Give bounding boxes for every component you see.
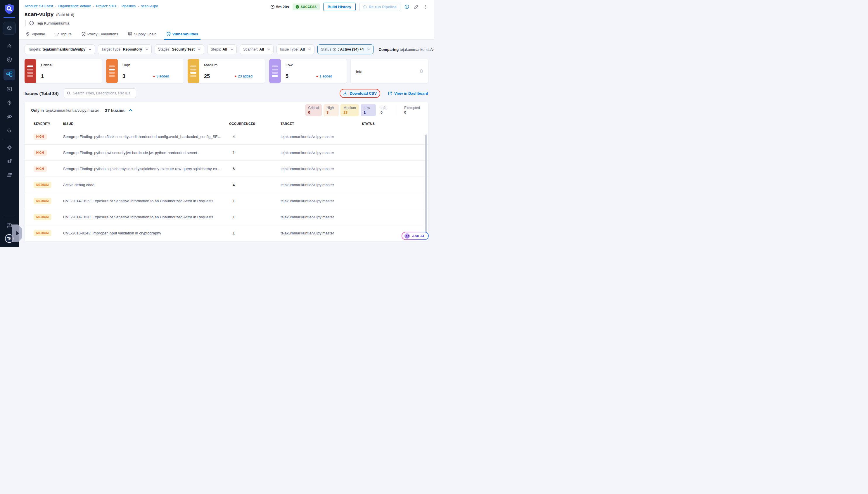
view-in-dashboard-button[interactable]: View in Dashboard xyxy=(388,91,428,96)
sidebar-item-default-settings[interactable] xyxy=(3,156,15,166)
scrollbar-thumb[interactable] xyxy=(425,134,427,236)
issue-title: Active debug code xyxy=(63,183,229,187)
triangle-up-icon xyxy=(153,75,155,77)
tab-pipeline[interactable]: Pipeline xyxy=(25,29,45,39)
vulnerabilities-shield-search-icon xyxy=(167,32,171,36)
card-info[interactable]: Info 0 xyxy=(351,59,428,83)
layers-gear-icon xyxy=(6,158,12,164)
network-gear-icon xyxy=(6,172,12,178)
sidebar-item-executions[interactable] xyxy=(3,84,15,94)
target: tejakummarikuntla/vulpy:master xyxy=(281,231,362,235)
table-row[interactable]: MEDIUM CVE-2014-1829: Exposure of Sensit… xyxy=(24,193,428,209)
gear-icon xyxy=(6,145,12,151)
refresh-icon xyxy=(363,5,367,9)
tab-supply-chain[interactable]: Supply Chain xyxy=(128,29,157,39)
ask-ai-button[interactable]: Ask AI xyxy=(402,232,429,240)
build-history-button[interactable]: Build History xyxy=(323,3,356,11)
card-low[interactable]: Low 5 1 added xyxy=(269,59,347,83)
table-row[interactable]: MEDIUM CVE-2016-9243: Improper input val… xyxy=(24,225,428,241)
sidebar-item-getting-started[interactable] xyxy=(3,126,15,135)
sidebar-item-scans[interactable] xyxy=(3,55,15,65)
high-severity-icon xyxy=(106,59,118,83)
severity-badge: MEDIUM xyxy=(34,182,52,188)
more-options-icon[interactable] xyxy=(423,4,428,10)
filter-targets[interactable]: Targets:tejakummarikuntla/vulpy xyxy=(24,44,95,54)
page-header: Account: STO test › Organization: defaul… xyxy=(19,0,434,40)
table-row[interactable]: MEDIUM Active debug code 4 tejakummariku… xyxy=(24,177,428,193)
download-csv-button[interactable]: Download CSV xyxy=(343,91,377,96)
supply-chain-shield-icon xyxy=(128,32,132,36)
search-input[interactable] xyxy=(73,91,133,95)
sidebar-item-targets[interactable] xyxy=(3,98,15,108)
module-cube-icon xyxy=(6,25,13,32)
filter-status[interactable]: Status : Active (34) +4 xyxy=(317,44,373,54)
chip-critical: Critical0 xyxy=(305,104,322,116)
chevron-down-icon xyxy=(230,49,233,50)
breadcrumb-organization[interactable]: Organization: default xyxy=(58,4,91,8)
issue-title: CVE-2014-1829: Exposure of Sensitive Inf… xyxy=(63,199,229,203)
filter-stages[interactable]: Stages:Security Test xyxy=(155,44,204,54)
table-row[interactable]: MEDIUM CVE-2014-1830: Exposure of Sensit… xyxy=(24,209,428,225)
group-issue-count: 27 Issues xyxy=(105,108,125,113)
issues-toolbar: Issues (Total 34) Download CSV View in D… xyxy=(19,83,434,98)
severity-badge: HIGH xyxy=(34,150,47,156)
filter-issue-type[interactable]: Issue Type:All xyxy=(276,44,314,54)
sidebar-item-project-settings[interactable] xyxy=(3,142,15,153)
sidebar-item-org-settings[interactable] xyxy=(3,170,15,180)
power-icon xyxy=(6,128,12,133)
chip-low: Low1 xyxy=(361,104,376,116)
check-circle-icon xyxy=(295,5,299,9)
sidebar-item-pipelines[interactable] xyxy=(3,69,15,80)
sidebar: ? TK xyxy=(0,0,19,247)
chevron-up-icon[interactable] xyxy=(129,109,132,111)
filter-steps[interactable]: Steps:All xyxy=(207,44,237,54)
breadcrumb-pipelines[interactable]: Pipelines xyxy=(121,4,136,8)
severity-cards: Critical 1 High 3 3 added Medium 25 23 a… xyxy=(19,54,434,83)
breadcrumb-account[interactable]: Account: STO test xyxy=(24,4,53,8)
tab-vulnerabilities[interactable]: Vulnerabilities xyxy=(166,29,199,39)
clock-icon xyxy=(270,5,275,9)
search-icon xyxy=(67,91,71,95)
filter-scanner[interactable]: Scanner:All xyxy=(240,44,273,54)
policy-shield-check-icon xyxy=(81,32,85,36)
medium-severity-icon xyxy=(188,59,199,83)
breadcrumb-current[interactable]: scan-vulpy xyxy=(141,4,157,8)
status-badge: SUCCESS xyxy=(292,3,320,10)
issue-title: CVE-2014-1830: Exposure of Sensitive Inf… xyxy=(63,215,229,219)
table-row[interactable]: HIGH Semgrep Finding: python.jwt.securit… xyxy=(24,145,428,161)
chevron-down-icon xyxy=(308,49,311,50)
occurrences: 1 xyxy=(229,215,281,219)
table-row[interactable]: HIGH Semgrep Finding: python.flask.secur… xyxy=(24,129,428,145)
sidebar-item-exemptions[interactable] xyxy=(3,112,15,121)
sidebar-divider xyxy=(3,139,15,139)
sidebar-item-home[interactable] xyxy=(3,41,15,51)
edit-pipeline-icon[interactable] xyxy=(413,4,419,10)
rerun-pipeline-button[interactable]: Re-run Pipeline xyxy=(359,3,400,11)
issue-title: Semgrep Finding: python.flask.security.a… xyxy=(63,134,229,139)
table-row[interactable]: HIGH Semgrep Finding: python.sqlalchemy.… xyxy=(24,161,428,177)
issues-panel: Only in tejakummarikuntla/vulpy:master 2… xyxy=(24,102,428,242)
comparing-label: Comparing tejakummarikuntla/vulpy:master… xyxy=(379,48,434,52)
severity-badge: MEDIUM xyxy=(34,198,52,204)
tab-inputs[interactable]: Inputs xyxy=(54,29,72,39)
tab-policy-evaluations[interactable]: Policy Evaluations xyxy=(81,29,119,39)
info-icon[interactable] xyxy=(404,4,410,10)
header-actions: 5m 20s SUCCESS Build History Re-run Pipe… xyxy=(270,3,428,11)
triangle-up-icon xyxy=(234,75,237,77)
inputs-tab-icon xyxy=(55,32,59,36)
author-row: Teja Kummarikuntla xyxy=(25,20,428,26)
harness-sto-logo-icon xyxy=(4,3,15,15)
card-medium[interactable]: Medium 25 23 added xyxy=(188,59,265,83)
breadcrumb-project[interactable]: Project: STO xyxy=(96,4,116,8)
card-high[interactable]: High 3 3 added xyxy=(106,59,184,83)
table-row[interactable]: MEDIUM CVE-2017-11424: PyJWT ... 1 tejak… xyxy=(24,241,428,242)
card-critical[interactable]: Critical 1 xyxy=(24,59,102,83)
sidebar-item-module-selector[interactable] xyxy=(3,22,16,35)
author-name: Teja Kummarikuntla xyxy=(36,21,69,25)
breadcrumb-separator: › xyxy=(55,4,56,8)
chevron-down-icon xyxy=(89,49,92,50)
chip-info: Info0 xyxy=(378,104,393,116)
filter-target-type[interactable]: Target Type:Repository xyxy=(98,44,152,54)
chip-high: High3 xyxy=(324,104,339,116)
severity-badge: MEDIUM xyxy=(34,214,52,220)
